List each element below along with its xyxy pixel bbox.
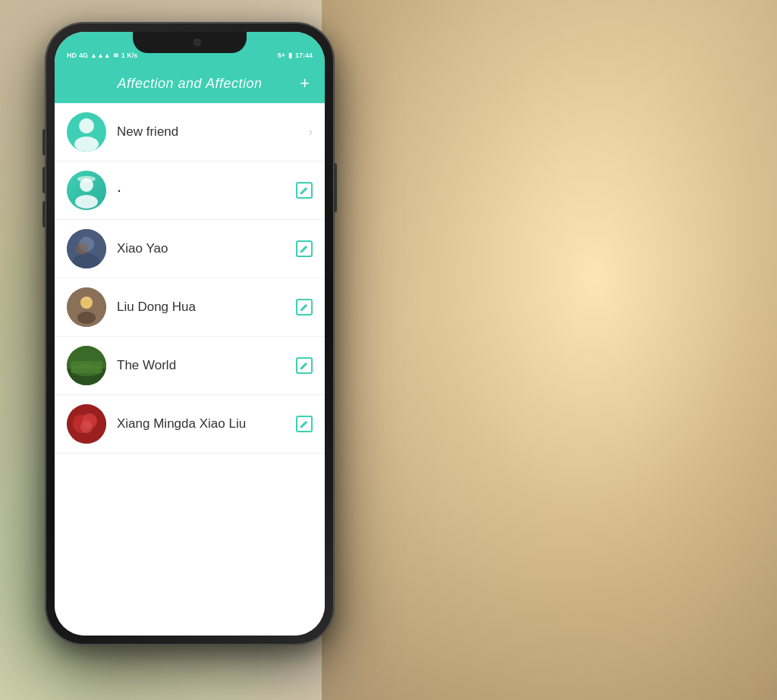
contact-row-new-friend[interactable]: New friend › — [55, 103, 325, 162]
contact-name-the-world: The World — [117, 358, 296, 373]
liu-photo — [67, 287, 106, 327]
add-button[interactable]: + — [300, 74, 310, 93]
person-hat-icon — [67, 171, 106, 210]
phone-screen: HD 4G ▲▲▲ ≋ 1 K/s 5+ ▮ 17:44 Affection a… — [55, 32, 325, 636]
status-right: 5+ ▮ 17:44 — [278, 52, 313, 59]
contact-row-liu-dong-hua[interactable]: Liu Dong Hua — [55, 278, 325, 337]
avatar-xiang-mingda — [67, 404, 106, 444]
svg-point-4 — [77, 176, 96, 182]
phone-body: HD 4G ▲▲▲ ≋ 1 K/s 5+ ▮ 17:44 Affection a… — [46, 23, 334, 645]
contact-row-the-world[interactable]: The World — [55, 337, 325, 395]
contact-name-xiao-yao: Xiao Yao — [117, 241, 296, 256]
avatar-dot — [67, 171, 106, 210]
status-left: HD 4G ▲▲▲ ≋ 1 K/s — [67, 52, 137, 59]
edit-icon-liu-dong-hua[interactable] — [296, 299, 313, 315]
contact-row-xiang-mingda[interactable]: Xiang Mingda Xiao Liu — [55, 395, 325, 454]
phone-mockup: HD 4G ▲▲▲ ≋ 1 K/s 5+ ▮ 17:44 Affection a… — [46, 23, 334, 645]
edit-icon-the-world[interactable] — [296, 357, 313, 374]
person-silhouette-icon — [67, 112, 106, 152]
battery-icon: ▮ — [288, 52, 292, 59]
avatar-the-world — [67, 346, 106, 385]
svg-rect-17 — [71, 361, 102, 373]
pencil-icon — [300, 244, 309, 253]
edit-icon-xiang-mingda[interactable] — [296, 416, 313, 432]
pencil-icon — [300, 419, 309, 428]
contact-list: New friend › · — [55, 103, 325, 636]
svg-rect-11 — [80, 300, 93, 306]
wifi-icon: ≋ — [113, 52, 119, 59]
battery-badge: 5+ — [278, 52, 285, 59]
app-title: Affection and Affection — [118, 76, 263, 92]
contact-name-new-friend: New friend — [117, 124, 309, 140]
contact-name-xiang-mingda: Xiang Mingda Xiao Liu — [117, 416, 296, 432]
app-header: Affection and Affection + — [55, 64, 325, 103]
front-camera — [193, 39, 201, 46]
pencil-icon — [300, 361, 309, 370]
background-couple — [322, 0, 777, 700]
svg-point-22 — [74, 415, 83, 424]
contact-name-dot: · — [117, 180, 296, 200]
contact-row-xiao-yao[interactable]: Xiao Yao — [55, 220, 325, 278]
contact-row-dot[interactable]: · — [55, 162, 325, 220]
edit-icon-xiao-yao[interactable] — [296, 240, 313, 257]
phone-notch — [133, 32, 247, 53]
pencil-icon — [300, 303, 309, 312]
xiang-photo — [67, 404, 106, 444]
avatar-new-friend — [67, 112, 106, 152]
svg-point-21 — [80, 421, 93, 433]
svg-point-12 — [77, 312, 96, 324]
svg-point-1 — [74, 137, 99, 152]
signal-icon: ▲▲▲ — [90, 52, 111, 59]
svg-point-0 — [79, 118, 94, 133]
speed-badge: 1 K/s — [121, 52, 138, 59]
pencil-icon — [300, 186, 309, 195]
time-display: 17:44 — [295, 52, 313, 59]
avatar-xiao-yao — [67, 229, 106, 268]
edit-icon-dot[interactable] — [296, 182, 313, 199]
svg-point-8 — [76, 243, 88, 255]
contact-name-liu-dong-hua: Liu Dong Hua — [117, 300, 296, 315]
network-badge: 4G — [79, 52, 88, 59]
svg-point-3 — [75, 195, 98, 209]
hd-badge: HD — [67, 52, 77, 59]
world-photo — [67, 346, 106, 385]
xiao-yao-photo — [67, 229, 106, 268]
chevron-right-icon: › — [309, 125, 313, 139]
screen-content: Affection and Affection + New friend — [55, 64, 325, 636]
avatar-liu-dong-hua — [67, 287, 106, 327]
